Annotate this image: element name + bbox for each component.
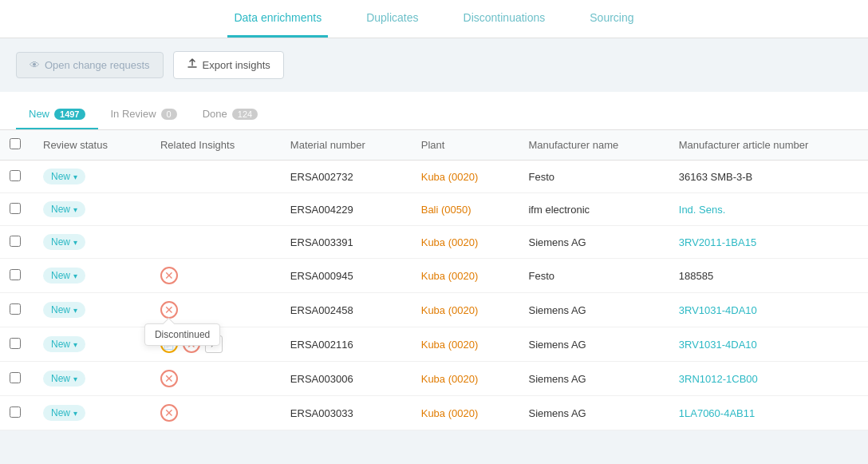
cell-insights xyxy=(148,193,278,226)
discontinued-icon[interactable]: ✕ xyxy=(160,404,178,422)
table-row: New ▾ ✕DiscontinuedERSA002458Kuba (0020)… xyxy=(0,293,868,327)
article-number-link[interactable]: 3RV1031-4DA10 xyxy=(679,304,757,316)
cell-status: New ▾ xyxy=(30,161,148,193)
cell-plant[interactable]: Bali (0050) xyxy=(408,193,516,226)
status-badge[interactable]: New ▾ xyxy=(43,201,85,217)
row-checkbox-1[interactable] xyxy=(10,203,21,214)
open-requests-label: Open change requests xyxy=(45,59,150,71)
cell-article-number: 3RV1031-4DA10 xyxy=(666,293,868,327)
cell-article-number: 3RN1012-1CB00 xyxy=(666,362,868,396)
subtab-in-review[interactable]: In Review 0 xyxy=(98,101,190,129)
cell-material-number: ERSA003391 xyxy=(278,226,408,259)
subtab-done[interactable]: Done 124 xyxy=(190,101,270,129)
subtab-done-label: Done xyxy=(203,108,227,120)
article-number-link[interactable]: 3RN1012-1CB00 xyxy=(679,373,758,385)
col-header-material-number: Material number xyxy=(278,130,408,161)
cell-material-number: ERSA002732 xyxy=(278,161,408,193)
cell-plant[interactable]: Kuba (0020) xyxy=(408,327,516,362)
row-checkbox-cell xyxy=(0,396,30,430)
cell-article-number: 1LA7060-4AB11 xyxy=(666,396,868,430)
col-header-review-status: Review status xyxy=(30,130,148,161)
status-badge[interactable]: New ▾ xyxy=(43,302,85,318)
open-change-requests-button[interactable]: 👁 Open change requests xyxy=(16,52,164,78)
cell-material-number: ERSA002116 xyxy=(278,327,408,362)
status-badge[interactable]: New ▾ xyxy=(43,234,85,250)
row-checkbox-2[interactable] xyxy=(10,236,21,247)
article-number-link[interactable]: Ind. Sens. xyxy=(679,204,726,216)
discontinued-icon[interactable]: ✕ xyxy=(160,267,178,284)
sub-tabs: New 1497 In Review 0 Done 124 xyxy=(0,92,868,130)
subtab-in-review-badge: 0 xyxy=(161,109,177,120)
row-checkbox-5[interactable] xyxy=(10,338,21,349)
cell-manufacturer-name: Siemens AG xyxy=(515,362,665,396)
row-checkbox-4[interactable] xyxy=(10,303,21,315)
status-badge[interactable]: New ▾ xyxy=(43,268,85,284)
cell-insights xyxy=(148,226,278,259)
status-badge[interactable]: New ▾ xyxy=(43,405,85,421)
cell-plant[interactable]: Kuba (0020) xyxy=(408,259,516,293)
cell-plant[interactable]: Kuba (0020) xyxy=(408,161,516,193)
cell-insights: ✕ xyxy=(148,362,278,396)
cell-material-number: ERSA003033 xyxy=(278,396,408,430)
table-row: New ▾ ✕ERSA003006Kuba (0020)Siemens AG3R… xyxy=(0,362,868,396)
plant-link[interactable]: Kuba (0020) xyxy=(421,407,479,419)
plant-link[interactable]: Kuba (0020) xyxy=(421,236,479,248)
plant-link[interactable]: Kuba (0020) xyxy=(421,373,479,385)
chevron-down-icon: ▾ xyxy=(73,306,77,315)
insights-cell: ✕ xyxy=(160,404,265,422)
row-checkbox-6[interactable] xyxy=(10,372,21,383)
cell-insights: ✕ xyxy=(148,259,278,293)
discontinued-tooltip: Discontinued xyxy=(144,323,220,346)
plant-link[interactable]: Kuba (0020) xyxy=(421,270,479,282)
cell-insights: ✕Discontinued xyxy=(148,293,278,327)
status-badge[interactable]: New ▾ xyxy=(43,371,85,387)
subtab-in-review-label: In Review xyxy=(111,108,156,120)
cell-manufacturer-name: ifm electronic xyxy=(515,193,665,226)
plant-link[interactable]: Kuba (0020) xyxy=(421,171,479,183)
cell-plant[interactable]: Kuba (0020) xyxy=(408,396,516,430)
cell-status: New ▾ xyxy=(30,327,148,362)
header-select-all[interactable] xyxy=(0,130,30,161)
cell-plant[interactable]: Kuba (0020) xyxy=(408,226,516,259)
table-row: New ▾ 📄✕↗ERSA002116Kuba (0020)Siemens AG… xyxy=(0,327,868,362)
cell-article-number: 3RV1031-4DA10 xyxy=(666,327,868,362)
row-checkbox-cell xyxy=(0,293,30,327)
select-all-checkbox[interactable] xyxy=(10,138,21,149)
subtab-new-label: New xyxy=(29,108,49,120)
subtab-new[interactable]: New 1497 xyxy=(16,101,98,129)
tab-duplicates[interactable]: Duplicates xyxy=(360,0,424,38)
cell-status: New ▾ xyxy=(30,259,148,293)
table-row: New ▾ ✕ERSA000945Kuba (0020)Festo188585 xyxy=(0,259,868,293)
insights-cell: ✕Discontinued xyxy=(160,301,265,319)
export-insights-button[interactable]: Export insights xyxy=(173,51,284,79)
upload-icon xyxy=(187,58,198,72)
row-checkbox-7[interactable] xyxy=(10,406,21,418)
plant-link[interactable]: Kuba (0020) xyxy=(421,304,479,316)
insights-cell: ✕ xyxy=(160,267,265,284)
status-badge[interactable]: New ▾ xyxy=(43,336,85,352)
export-label: Export insights xyxy=(203,59,270,71)
discontinued-icon[interactable]: ✕ xyxy=(160,301,178,319)
chevron-down-icon: ▾ xyxy=(73,238,77,247)
subtab-done-badge: 124 xyxy=(232,109,258,120)
cell-manufacturer-name: Siemens AG xyxy=(515,327,665,362)
table-row: New ▾ ERSA002732Kuba (0020)Festo36163 SM… xyxy=(0,161,868,193)
cell-plant[interactable]: Kuba (0020) xyxy=(408,293,516,327)
plant-link[interactable]: Kuba (0020) xyxy=(421,339,479,351)
tab-sourcing[interactable]: Sourcing xyxy=(583,0,640,38)
tab-discontinuations[interactable]: Discontinuations xyxy=(457,0,552,38)
row-checkbox-3[interactable] xyxy=(10,269,21,280)
insights-cell: ✕ xyxy=(160,370,265,387)
discontinued-icon[interactable]: ✕ xyxy=(160,370,178,387)
plant-link[interactable]: Bali (0050) xyxy=(421,204,471,216)
article-number-link[interactable]: 3RV1031-4DA10 xyxy=(679,339,757,351)
row-checkbox-0[interactable] xyxy=(10,170,21,181)
cell-plant[interactable]: Kuba (0020) xyxy=(408,362,516,396)
article-number-link[interactable]: 1LA7060-4AB11 xyxy=(679,407,755,419)
status-badge[interactable]: New ▾ xyxy=(43,169,85,184)
cell-manufacturer-name: Siemens AG xyxy=(515,396,665,430)
chevron-down-icon: ▾ xyxy=(73,340,77,349)
tab-data-enrichments[interactable]: Data enrichments xyxy=(227,0,328,38)
article-number-link[interactable]: 3RV2011-1BA15 xyxy=(679,236,756,248)
table-row: New ▾ ✕ERSA003033Kuba (0020)Siemens AG1L… xyxy=(0,396,868,430)
